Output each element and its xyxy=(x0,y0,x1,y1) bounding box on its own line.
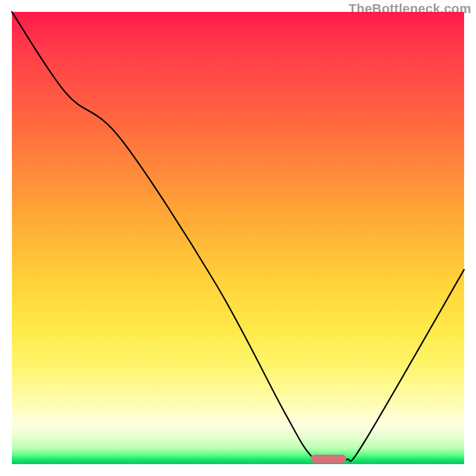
curve-path xyxy=(12,12,464,461)
bottleneck-curve xyxy=(12,12,464,464)
optimal-range-marker xyxy=(311,455,347,463)
chart-stage: TheBottleneck.com xyxy=(0,0,476,476)
plot-area xyxy=(12,12,464,464)
